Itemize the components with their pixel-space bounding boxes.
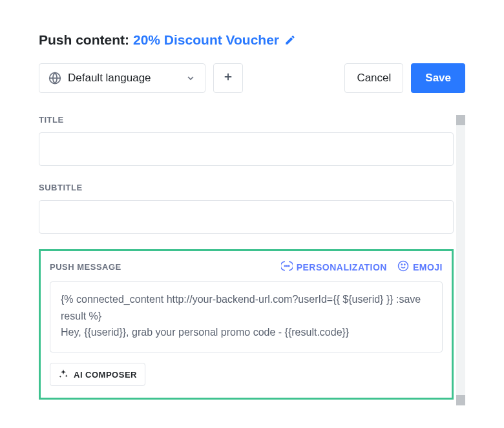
scrollbar[interactable] [456,115,465,405]
save-button[interactable]: Save [411,63,465,93]
ai-composer-icon [58,369,68,381]
svg-point-5 [284,265,286,267]
emoji-button[interactable]: EMOJI [397,260,443,274]
svg-point-6 [288,265,289,267]
add-language-button[interactable] [213,63,243,93]
chevron-down-icon [185,73,196,83]
emoji-icon [397,260,409,274]
subtitle-label: SUBTITLE [39,183,454,192]
push-message-textarea[interactable] [50,281,443,352]
push-message-section: PUSH MESSAGE PERSONALIZATION EMOJI [39,249,454,400]
globe-icon [48,72,61,85]
subtitle-field-group: SUBTITLE [39,183,454,234]
plus-icon [222,70,234,87]
language-label: Default language [68,72,151,85]
language-dropdown[interactable]: Default language [39,63,205,93]
top-action-row: Default language Cancel Save [39,63,465,93]
title-prefix: Push content: [39,32,129,48]
emoji-label: EMOJI [413,262,443,272]
personalization-label: PERSONALIZATION [297,262,387,272]
title-label: TITLE [39,115,454,125]
page-title: Push content: 20% Discount Voucher [39,32,465,48]
title-input[interactable] [39,132,454,166]
edit-icon[interactable] [284,34,296,46]
scroll-down-indicator[interactable] [456,395,465,405]
svg-point-8 [401,264,403,265]
ai-composer-button[interactable]: AI COMPOSER [50,363,145,386]
form-scroll-area: TITLE SUBTITLE PUSH MESSAGE PERSONALIZAT… [39,115,465,400]
svg-point-9 [404,264,405,265]
subtitle-input[interactable] [39,200,454,234]
ai-composer-label: AI COMPOSER [74,370,137,380]
title-field-group: TITLE [39,115,454,166]
svg-point-4 [286,265,288,267]
push-message-label: PUSH MESSAGE [50,262,121,272]
content-name[interactable]: 20% Discount Voucher [133,32,279,48]
svg-point-7 [398,261,408,271]
cancel-button[interactable]: Cancel [344,63,403,93]
scroll-up-indicator[interactable] [456,115,465,125]
personalization-icon [281,260,293,274]
personalization-button[interactable]: PERSONALIZATION [281,260,387,274]
